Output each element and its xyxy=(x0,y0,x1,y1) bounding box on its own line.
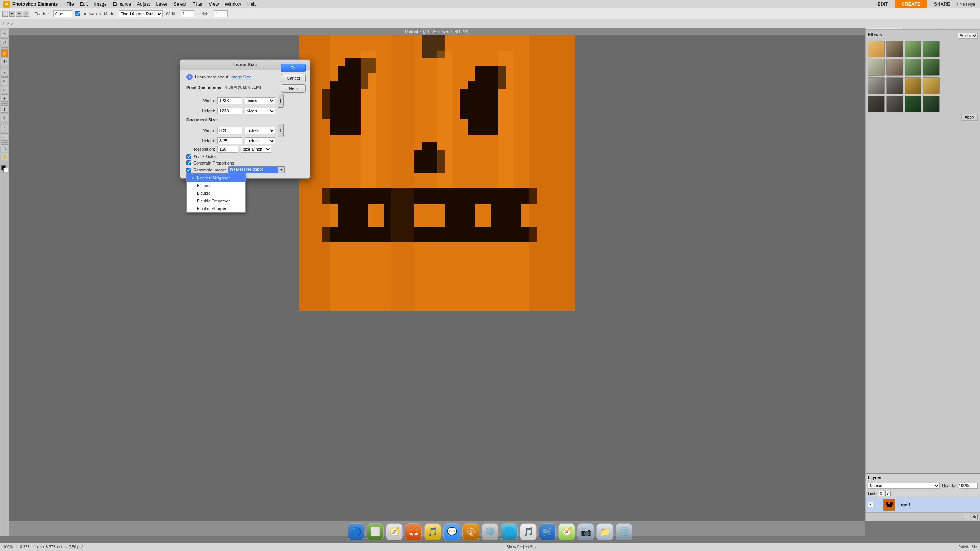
effects-category-select[interactable]: Artistic xyxy=(958,33,978,39)
effect-item-3[interactable] xyxy=(905,41,921,57)
apply-effect-button[interactable]: Apply xyxy=(961,114,978,121)
opacity-input[interactable] xyxy=(959,483,978,489)
width-input[interactable] xyxy=(181,10,194,17)
lasso-tool[interactable]: ⬡ xyxy=(1,38,8,46)
brush-tool[interactable]: ✏ xyxy=(1,77,8,85)
menu-window[interactable]: Window xyxy=(222,1,244,8)
effect-item-6[interactable] xyxy=(886,59,903,76)
effect-thumb-12[interactable] xyxy=(923,77,940,94)
resample-value[interactable]: Nearest Neighbor xyxy=(228,166,278,173)
new-layer-button[interactable]: + xyxy=(964,514,970,520)
spot-heal-tool[interactable]: ✦ xyxy=(1,69,8,77)
effect-thumb-9[interactable] xyxy=(868,77,885,94)
toolbar-icon-redo[interactable]: ↻ xyxy=(6,22,9,26)
fg-bg-swatch[interactable] xyxy=(1,165,8,172)
palette-bin-label[interactable]: Palette Bin xyxy=(959,545,977,549)
resolution-unit-select[interactable]: pixels/inch pixels/cm xyxy=(241,146,271,153)
effect-thumb-13[interactable] xyxy=(868,96,885,112)
dock-safari-old[interactable]: 🧭 xyxy=(386,523,403,540)
effect-thumb-8[interactable] xyxy=(923,59,940,76)
toolbar-icon-rotate[interactable]: ↺ xyxy=(2,22,5,26)
eraser-tool[interactable]: ◻ xyxy=(1,86,8,93)
layer-item-1[interactable]: 👁 Layer 1 xyxy=(866,497,980,512)
dock-settings[interactable]: ⚙️ xyxy=(482,523,498,540)
lock-position-icon[interactable]: ⊞ xyxy=(879,491,884,496)
height-input[interactable] xyxy=(214,10,228,17)
effect-thumb-6[interactable] xyxy=(886,59,903,76)
menu-file[interactable]: File xyxy=(63,1,77,8)
crop-tool[interactable]: ⊡ xyxy=(1,49,8,57)
dock-firefox[interactable]: 🦊 xyxy=(405,523,422,540)
effect-thumb-3[interactable] xyxy=(905,41,921,57)
effect-thumb-16[interactable] xyxy=(923,96,940,112)
resolution-input[interactable] xyxy=(217,146,238,153)
effect-item-16[interactable] xyxy=(923,96,940,112)
effect-item-12[interactable] xyxy=(923,77,940,94)
dock-files[interactable]: 📁 xyxy=(596,523,613,540)
effect-item-15[interactable] xyxy=(905,96,921,112)
menu-view[interactable]: View xyxy=(206,1,222,8)
effect-thumb-2[interactable] xyxy=(886,41,903,57)
lock-paint-icon[interactable]: 🖊 xyxy=(885,491,891,496)
constrain-checkbox[interactable] xyxy=(186,160,191,165)
delete-layer-button[interactable]: 🗑 xyxy=(972,514,978,520)
feather-input[interactable] xyxy=(53,10,72,17)
dock-globus[interactable]: 🌐 xyxy=(501,523,518,540)
effect-item-7[interactable] xyxy=(905,59,921,76)
effect-item-1[interactable] xyxy=(868,41,885,57)
effect-thumb-14[interactable] xyxy=(886,96,903,112)
dock-safari[interactable]: 🧭 xyxy=(558,523,575,540)
text-tool[interactable]: T xyxy=(1,105,8,113)
resample-dropdown-button[interactable]: ▼ xyxy=(278,166,285,173)
effect-item-11[interactable] xyxy=(905,77,921,94)
effect-item-14[interactable] xyxy=(886,96,903,112)
menu-layer[interactable]: Layer xyxy=(153,1,170,8)
menu-image[interactable]: Image xyxy=(91,1,109,8)
pixel-width-unit-select[interactable]: pixels xyxy=(245,97,275,104)
dock-finder[interactable]: 🔵 xyxy=(348,523,364,540)
menu-adjust[interactable]: Adjust xyxy=(134,1,153,8)
effect-item-2[interactable] xyxy=(886,41,903,57)
effect-thumb-11[interactable] xyxy=(905,77,921,94)
menu-filter[interactable]: Filter xyxy=(189,1,206,8)
effect-thumb-7[interactable] xyxy=(905,59,921,76)
resample-option-bicubic-smoother[interactable]: Bicubic Smoother xyxy=(187,197,245,205)
create-tab[interactable]: CREATE xyxy=(895,0,927,8)
dock-photoshop[interactable]: 🎨 xyxy=(462,523,479,540)
paint-bucket-tool[interactable]: ◈ xyxy=(1,94,8,102)
scale-styles-checkbox[interactable] xyxy=(186,154,191,159)
effect-thumb-5[interactable] xyxy=(868,59,885,76)
edit-tab[interactable]: EDIT xyxy=(871,0,895,8)
menu-help[interactable]: Help xyxy=(244,1,260,8)
bg-color[interactable] xyxy=(3,168,8,172)
menu-select[interactable]: Select xyxy=(171,1,189,8)
blend-mode-select[interactable]: Normal xyxy=(868,483,940,489)
dock-messages[interactable]: 💬 xyxy=(443,523,460,540)
doc-height-input[interactable] xyxy=(217,137,242,144)
sponge-tool[interactable]: ○ xyxy=(1,133,8,141)
dock-trash[interactable]: 🗑️ xyxy=(616,523,632,540)
menu-enhance[interactable]: Enhance xyxy=(110,1,134,8)
effect-item-13[interactable] xyxy=(868,96,885,112)
dock-itunes[interactable]: 🎵 xyxy=(520,523,537,540)
anti-alias-checkbox[interactable] xyxy=(75,11,80,16)
show-project-bin[interactable]: Show Project Bin xyxy=(506,545,536,549)
dock-camera[interactable]: 📷 xyxy=(577,523,594,540)
effect-item-8[interactable] xyxy=(923,59,940,76)
image-size-link[interactable]: Image Size xyxy=(230,75,252,79)
pixel-height-unit-select[interactable]: pixels xyxy=(245,108,275,114)
effect-item-4[interactable] xyxy=(923,41,940,57)
move-tool[interactable]: ↖ xyxy=(1,30,8,37)
menu-edit[interactable]: Edit xyxy=(77,1,91,8)
zoom-tool[interactable]: 🔍 xyxy=(1,144,8,152)
share-tab[interactable]: SHARE xyxy=(927,0,957,8)
hand-tool[interactable]: ✋ xyxy=(1,153,8,160)
dock-notes[interactable]: 🎵 xyxy=(424,523,441,540)
redeye-tool[interactable]: 👁 xyxy=(1,58,8,65)
doc-width-input[interactable] xyxy=(217,127,242,134)
resample-option-bicubic-sharper[interactable]: Bicubic Sharper xyxy=(187,205,245,212)
effect-thumb-15[interactable] xyxy=(905,96,921,112)
effect-thumb-1[interactable] xyxy=(868,41,885,57)
pixel-height-input[interactable] xyxy=(217,108,242,114)
cancel-button[interactable]: Cancel xyxy=(281,74,306,82)
